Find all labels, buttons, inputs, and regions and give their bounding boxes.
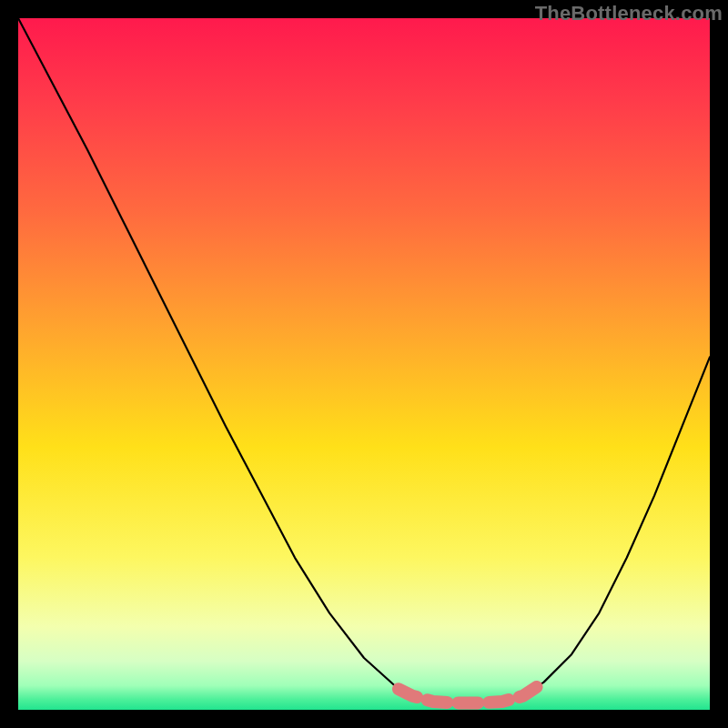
- watermark-text: TheBottleneck.com: [535, 2, 723, 25]
- bottleneck-curve: [18, 18, 710, 703]
- chart-frame: { "watermark": "TheBottleneck.com", "col…: [0, 0, 728, 728]
- plot-area: [18, 18, 710, 710]
- optimal-range-marker: [399, 682, 544, 703]
- curve-layer: [18, 18, 710, 710]
